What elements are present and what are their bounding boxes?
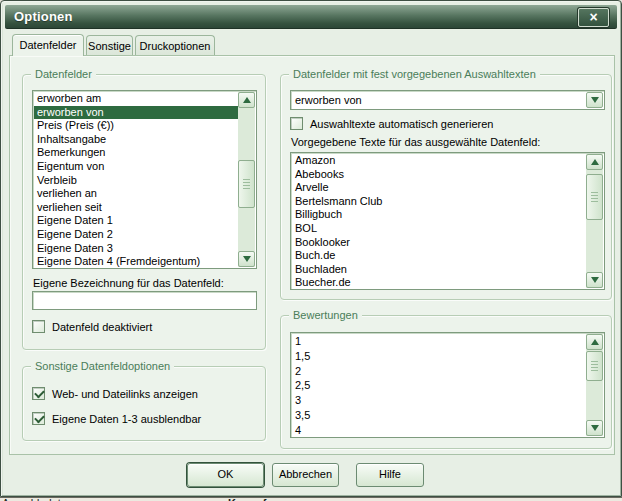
datafield-deactivated-checkbox[interactable]: [32, 320, 45, 333]
scroll-down-button[interactable]: [238, 251, 255, 267]
dialog-title: Optionen: [5, 9, 73, 24]
background-text-fragment: Anmeldedatum: [2, 497, 76, 501]
combobox-dropdown-button[interactable]: [586, 92, 603, 108]
list-item[interactable]: Bertelsmann Club: [292, 195, 586, 209]
group-sonstige-datenfeldoptionen: Sonstige Datenfeldoptionen Web- und Date…: [22, 366, 266, 441]
background-window-strip: Anmeldedatum Kurzreferenz: [0, 497, 622, 501]
auto-generate-checkbox[interactable]: [290, 117, 303, 130]
datafield-combobox[interactable]: erworben von: [290, 90, 605, 110]
thumb-grip-icon: [591, 361, 598, 371]
list-item[interactable]: Buchladen: [292, 263, 586, 277]
list-item[interactable]: Verbleib: [34, 174, 238, 188]
list-item[interactable]: Eigene Daten 3: [34, 242, 238, 256]
group-auswahltexte: Datenfelder mit fest vorgegebenen Auswah…: [280, 74, 612, 300]
list-item[interactable]: Inhaltsangabe: [34, 133, 238, 147]
list-item[interactable]: Eigene Daten 1: [34, 214, 238, 228]
close-button[interactable]: ×: [578, 8, 609, 27]
weblinks-checkbox[interactable]: [32, 387, 45, 400]
custom-name-label: Eigene Bezeichnung für das Datenfeld:: [33, 277, 224, 289]
list-item[interactable]: Billigbuch: [292, 208, 586, 222]
checkbox-label: Datenfeld deaktiviert: [52, 321, 152, 333]
scrollbar[interactable]: [238, 92, 255, 267]
custom-name-input[interactable]: [32, 291, 257, 310]
list-item[interactable]: erworben von: [34, 106, 238, 120]
tab-druckoptionen[interactable]: Druckoptionen: [135, 35, 215, 55]
title-bar[interactable]: Optionen ×: [5, 5, 617, 29]
list-item[interactable]: Amazon: [292, 154, 586, 168]
scrollbar-track[interactable]: [238, 108, 255, 251]
scroll-up-button[interactable]: [238, 92, 255, 108]
scroll-down-button[interactable]: [586, 420, 603, 436]
arrow-down-icon: [243, 256, 251, 262]
group-bewertungen: Bewertungen 11,522,533,54: [280, 315, 612, 449]
cancel-button[interactable]: Abbrechen: [272, 463, 339, 487]
list-item[interactable]: 1: [292, 334, 586, 349]
group-title: Bewertungen: [289, 309, 362, 321]
texts-listbox[interactable]: AmazonAbebooksArvelleBertelsmann ClubBil…: [290, 152, 605, 290]
list-item[interactable]: erworben am: [34, 92, 238, 106]
listbox-rows: AmazonAbebooksArvelleBertelsmann ClubBil…: [292, 154, 586, 288]
hideable-checkbox[interactable]: [32, 412, 45, 425]
options-dialog: Optionen × Datenfelder Sonstige Druckopt…: [0, 0, 622, 497]
group-title: Datenfelder mit fest vorgegebenen Auswah…: [289, 68, 540, 80]
list-item[interactable]: verliehen an: [34, 187, 238, 201]
scrollbar[interactable]: [586, 334, 603, 436]
weblinks-checkbox-row: Web- und Dateilinks anzeigen: [32, 387, 198, 400]
arrow-down-icon: [591, 277, 599, 283]
texts-label: Vorgegebene Texte für das ausgewählte Da…: [291, 136, 540, 148]
scrollbar-thumb[interactable]: [586, 351, 603, 381]
list-item[interactable]: 3: [292, 393, 586, 408]
list-item[interactable]: Arvelle: [292, 181, 586, 195]
combobox-value: erworben von: [295, 94, 362, 106]
list-item[interactable]: BOL: [292, 222, 586, 236]
thumb-grip-icon: [243, 179, 250, 189]
tab-page-datenfelder: Datenfelder erworben amerworben vonPreis…: [9, 55, 615, 455]
list-item[interactable]: Buch.de: [292, 249, 586, 263]
list-item[interactable]: 1,5: [292, 349, 586, 364]
list-item[interactable]: 3,5: [292, 408, 586, 423]
help-button[interactable]: Hilfe: [356, 463, 424, 487]
checkbox-label: Web- und Dateilinks anzeigen: [52, 388, 198, 400]
scrollbar-thumb[interactable]: [238, 160, 255, 208]
chevron-down-icon: [591, 97, 599, 103]
background-text-fragment: Kurzreferenz: [228, 497, 295, 501]
list-item[interactable]: Eigene Daten 2: [34, 228, 238, 242]
list-item[interactable]: Bemerkungen: [34, 146, 238, 160]
scroll-up-button[interactable]: [586, 334, 603, 350]
ratings-listbox[interactable]: 11,522,533,54: [290, 332, 605, 438]
tab-datenfelder[interactable]: Datenfelder: [12, 34, 84, 56]
list-item[interactable]: Eigene Daten 4 (Fremdeigentum): [34, 255, 238, 267]
auto-generate-checkbox-row: Auswahltexte automatisch generieren: [290, 117, 493, 130]
checkbox-label: Auswahltexte automatisch generieren: [310, 118, 493, 130]
listbox-rows: erworben amerworben vonPreis (Preis (€))…: [34, 92, 238, 267]
thumb-grip-icon: [591, 192, 598, 202]
scrollbar-track[interactable]: [586, 170, 603, 272]
listbox-rows: 11,522,533,54: [292, 334, 586, 436]
list-item[interactable]: 2,5: [292, 378, 586, 393]
checkbox-label: Eigene Daten 1-3 ausblendbar: [52, 413, 201, 425]
group-title: Datenfelder: [31, 68, 96, 80]
ok-button[interactable]: OK: [187, 463, 264, 487]
list-item[interactable]: Eigentum von: [34, 160, 238, 174]
scroll-down-button[interactable]: [586, 272, 603, 288]
list-item[interactable]: Abebooks: [292, 168, 586, 182]
arrow-down-icon: [591, 425, 599, 431]
group-datenfelder: Datenfelder erworben amerworben vonPreis…: [22, 74, 266, 350]
datafields-listbox[interactable]: erworben amerworben vonPreis (Preis (€))…: [32, 90, 257, 269]
list-item[interactable]: Buecher.de: [292, 276, 586, 288]
list-item[interactable]: Preis (Preis (€)): [34, 119, 238, 133]
arrow-up-icon: [243, 97, 251, 103]
list-item[interactable]: Booklooker: [292, 236, 586, 250]
scrollbar-track[interactable]: [586, 350, 603, 420]
scroll-up-button[interactable]: [586, 154, 603, 170]
scrollbar-thumb[interactable]: [586, 174, 603, 220]
scrollbar[interactable]: [586, 154, 603, 288]
tab-sonstige[interactable]: Sonstige: [86, 35, 133, 55]
list-item[interactable]: verliehen seit: [34, 201, 238, 215]
arrow-up-icon: [591, 339, 599, 345]
group-title: Sonstige Datenfeldoptionen: [31, 360, 174, 372]
screen: Anmeldedatum Kurzreferenz Optionen × Dat…: [0, 0, 622, 501]
list-item[interactable]: 4: [292, 423, 586, 436]
list-item[interactable]: 2: [292, 364, 586, 379]
arrow-up-icon: [591, 159, 599, 165]
